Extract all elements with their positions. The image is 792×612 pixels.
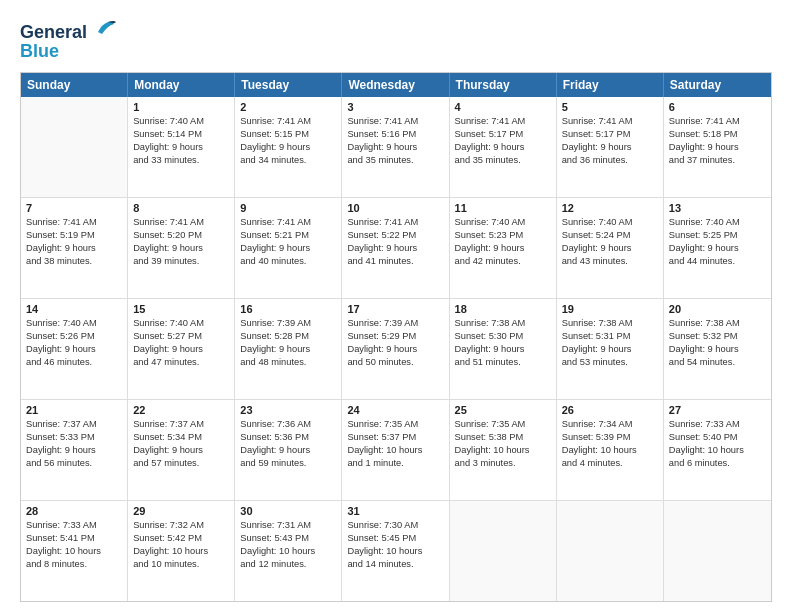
cell-line: Daylight: 9 hours bbox=[26, 444, 122, 457]
cell-line: Daylight: 9 hours bbox=[562, 242, 658, 255]
cell-line: and 4 minutes. bbox=[562, 457, 658, 470]
cell-line: Sunset: 5:33 PM bbox=[26, 431, 122, 444]
day-number: 5 bbox=[562, 101, 658, 113]
day-number: 27 bbox=[669, 404, 766, 416]
calendar-cell: 12Sunrise: 7:40 AMSunset: 5:24 PMDayligh… bbox=[557, 198, 664, 298]
cell-line: Daylight: 10 hours bbox=[562, 444, 658, 457]
calendar-cell: 1Sunrise: 7:40 AMSunset: 5:14 PMDaylight… bbox=[128, 97, 235, 197]
cell-line: Sunrise: 7:41 AM bbox=[669, 115, 766, 128]
cell-line: Sunrise: 7:40 AM bbox=[562, 216, 658, 229]
day-number: 2 bbox=[240, 101, 336, 113]
calendar-cell: 8Sunrise: 7:41 AMSunset: 5:20 PMDaylight… bbox=[128, 198, 235, 298]
day-number: 23 bbox=[240, 404, 336, 416]
cell-line: Sunset: 5:23 PM bbox=[455, 229, 551, 242]
cell-line: Daylight: 9 hours bbox=[26, 343, 122, 356]
cell-line: and 35 minutes. bbox=[347, 154, 443, 167]
cell-line: Sunset: 5:31 PM bbox=[562, 330, 658, 343]
cell-line: Sunset: 5:32 PM bbox=[669, 330, 766, 343]
cell-line: Sunset: 5:19 PM bbox=[26, 229, 122, 242]
logo-text: General bbox=[20, 16, 116, 43]
cell-line: and 33 minutes. bbox=[133, 154, 229, 167]
calendar-cell: 3Sunrise: 7:41 AMSunset: 5:16 PMDaylight… bbox=[342, 97, 449, 197]
cell-line: and 53 minutes. bbox=[562, 356, 658, 369]
day-number: 22 bbox=[133, 404, 229, 416]
calendar-cell: 29Sunrise: 7:32 AMSunset: 5:42 PMDayligh… bbox=[128, 501, 235, 601]
cell-line: Sunrise: 7:33 AM bbox=[26, 519, 122, 532]
cell-line: and 51 minutes. bbox=[455, 356, 551, 369]
cell-line: Sunrise: 7:37 AM bbox=[26, 418, 122, 431]
day-number: 25 bbox=[455, 404, 551, 416]
cell-line: Daylight: 10 hours bbox=[26, 545, 122, 558]
calendar-cell: 6Sunrise: 7:41 AMSunset: 5:18 PMDaylight… bbox=[664, 97, 771, 197]
calendar-cell: 5Sunrise: 7:41 AMSunset: 5:17 PMDaylight… bbox=[557, 97, 664, 197]
cell-line: Sunrise: 7:41 AM bbox=[455, 115, 551, 128]
weekday-header-sunday: Sunday bbox=[21, 73, 128, 97]
calendar-cell bbox=[450, 501, 557, 601]
cell-line: Sunset: 5:27 PM bbox=[133, 330, 229, 343]
logo: General Blue bbox=[20, 16, 116, 62]
cell-line: Sunset: 5:17 PM bbox=[562, 128, 658, 141]
cell-line: and 38 minutes. bbox=[26, 255, 122, 268]
cell-line: and 44 minutes. bbox=[669, 255, 766, 268]
day-number: 29 bbox=[133, 505, 229, 517]
cell-line: Sunrise: 7:40 AM bbox=[133, 115, 229, 128]
calendar-cell bbox=[557, 501, 664, 601]
calendar-body: 1Sunrise: 7:40 AMSunset: 5:14 PMDaylight… bbox=[21, 97, 771, 601]
day-number: 10 bbox=[347, 202, 443, 214]
cell-line: Sunrise: 7:39 AM bbox=[347, 317, 443, 330]
cell-line: and 40 minutes. bbox=[240, 255, 336, 268]
cell-line: and 3 minutes. bbox=[455, 457, 551, 470]
cell-line: Sunset: 5:21 PM bbox=[240, 229, 336, 242]
cell-line: Daylight: 9 hours bbox=[240, 242, 336, 255]
calendar-cell: 2Sunrise: 7:41 AMSunset: 5:15 PMDaylight… bbox=[235, 97, 342, 197]
cell-line: Daylight: 9 hours bbox=[26, 242, 122, 255]
day-number: 24 bbox=[347, 404, 443, 416]
cell-line: Sunset: 5:37 PM bbox=[347, 431, 443, 444]
calendar-cell: 31Sunrise: 7:30 AMSunset: 5:45 PMDayligh… bbox=[342, 501, 449, 601]
cell-line: Daylight: 9 hours bbox=[347, 343, 443, 356]
cell-line: Sunrise: 7:39 AM bbox=[240, 317, 336, 330]
day-number: 15 bbox=[133, 303, 229, 315]
cell-line: Sunset: 5:20 PM bbox=[133, 229, 229, 242]
day-number: 19 bbox=[562, 303, 658, 315]
calendar-cell: 16Sunrise: 7:39 AMSunset: 5:28 PMDayligh… bbox=[235, 299, 342, 399]
cell-line: Sunset: 5:24 PM bbox=[562, 229, 658, 242]
cell-line: and 36 minutes. bbox=[562, 154, 658, 167]
day-number: 21 bbox=[26, 404, 122, 416]
cell-line: Daylight: 10 hours bbox=[455, 444, 551, 457]
calendar-cell: 13Sunrise: 7:40 AMSunset: 5:25 PMDayligh… bbox=[664, 198, 771, 298]
cell-line: Daylight: 10 hours bbox=[669, 444, 766, 457]
header: General Blue bbox=[20, 16, 772, 62]
page: General Blue SundayMondayTuesdayWednesda… bbox=[0, 0, 792, 612]
cell-line: and 50 minutes. bbox=[347, 356, 443, 369]
cell-line: Sunrise: 7:38 AM bbox=[669, 317, 766, 330]
calendar-header: SundayMondayTuesdayWednesdayThursdayFrid… bbox=[21, 73, 771, 97]
cell-line: Daylight: 9 hours bbox=[133, 343, 229, 356]
calendar-cell: 18Sunrise: 7:38 AMSunset: 5:30 PMDayligh… bbox=[450, 299, 557, 399]
cell-line: Sunrise: 7:33 AM bbox=[669, 418, 766, 431]
cell-line: Sunset: 5:26 PM bbox=[26, 330, 122, 343]
cell-line: and 56 minutes. bbox=[26, 457, 122, 470]
cell-line: Sunset: 5:45 PM bbox=[347, 532, 443, 545]
day-number: 12 bbox=[562, 202, 658, 214]
cell-line: and 34 minutes. bbox=[240, 154, 336, 167]
day-number: 14 bbox=[26, 303, 122, 315]
cell-line: Daylight: 9 hours bbox=[455, 141, 551, 154]
calendar-cell: 25Sunrise: 7:35 AMSunset: 5:38 PMDayligh… bbox=[450, 400, 557, 500]
cell-line: Sunset: 5:42 PM bbox=[133, 532, 229, 545]
day-number: 16 bbox=[240, 303, 336, 315]
calendar-cell: 17Sunrise: 7:39 AMSunset: 5:29 PMDayligh… bbox=[342, 299, 449, 399]
cell-line: and 54 minutes. bbox=[669, 356, 766, 369]
calendar-cell: 23Sunrise: 7:36 AMSunset: 5:36 PMDayligh… bbox=[235, 400, 342, 500]
cell-line: Daylight: 9 hours bbox=[133, 444, 229, 457]
calendar-row-0: 1Sunrise: 7:40 AMSunset: 5:14 PMDaylight… bbox=[21, 97, 771, 198]
cell-line: Sunrise: 7:35 AM bbox=[455, 418, 551, 431]
cell-line: Sunset: 5:30 PM bbox=[455, 330, 551, 343]
cell-line: Daylight: 9 hours bbox=[669, 242, 766, 255]
cell-line: and 39 minutes. bbox=[133, 255, 229, 268]
cell-line: Sunset: 5:14 PM bbox=[133, 128, 229, 141]
cell-line: and 41 minutes. bbox=[347, 255, 443, 268]
calendar-cell: 24Sunrise: 7:35 AMSunset: 5:37 PMDayligh… bbox=[342, 400, 449, 500]
weekday-header-tuesday: Tuesday bbox=[235, 73, 342, 97]
calendar-row-3: 21Sunrise: 7:37 AMSunset: 5:33 PMDayligh… bbox=[21, 400, 771, 501]
